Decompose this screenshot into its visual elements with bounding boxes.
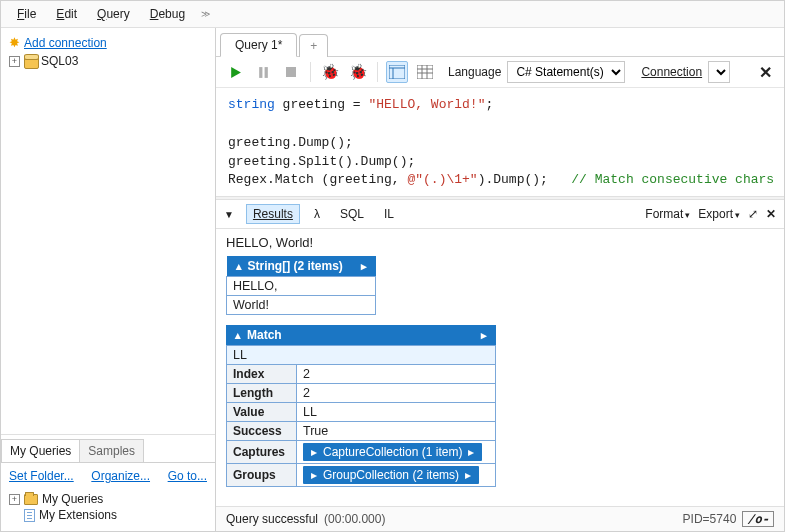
match-dump: ▴ Match ▸ LL Index2 Length2 ValueLL Succ… — [226, 325, 496, 487]
collapse-icon: ▴ — [236, 260, 242, 273]
folder-icon — [24, 494, 38, 505]
editor-area: Query 1* + 🐞 🐞 Language — [216, 28, 784, 531]
expand-right-icon: ▸ — [468, 445, 474, 459]
menu-query[interactable]: Query — [89, 5, 138, 23]
results-tab-results[interactable]: Results — [246, 204, 300, 224]
query-tabstrip: Query 1* + — [216, 28, 784, 57]
add-connection-icon: ✸ — [9, 35, 20, 50]
my-queries-tree: + My Queries My Extensions — [1, 489, 215, 531]
results-body: HELLO, World! ▴ String[] (2 items) ▸ HEL… — [216, 229, 784, 506]
db-node-label[interactable]: SQL03 — [41, 54, 78, 68]
query-tab-1[interactable]: Query 1* — [220, 33, 297, 57]
expand-icon: ▸ — [361, 260, 367, 273]
language-label: Language — [448, 65, 501, 79]
menubar: File Edit Query Debug ≫ — [1, 1, 784, 28]
tab-my-queries[interactable]: My Queries — [1, 439, 80, 462]
separator-icon — [377, 62, 378, 82]
stop-button[interactable] — [280, 61, 302, 83]
export-menu[interactable]: Export▾ — [698, 207, 740, 221]
status-badge[interactable]: /o- — [742, 511, 774, 527]
dump-header[interactable]: ▴ String[] (2 items) ▸ — [227, 256, 376, 276]
my-queries-links: Set Folder... Organize... Go to... — [1, 463, 215, 489]
tree-expand-icon[interactable]: + — [9, 494, 20, 505]
rich-text-view-button[interactable] — [386, 61, 408, 83]
prop-val: True — [297, 422, 496, 441]
status-bar: Query successful (00:00.000) PID=5740 /o… — [216, 506, 784, 531]
list-item: World! — [227, 296, 376, 315]
tree-expand-icon[interactable]: + — [9, 56, 20, 67]
prop-key: Groups — [227, 464, 297, 487]
status-pid: PID=5740 — [683, 512, 737, 526]
goto-link[interactable]: Go to... — [168, 469, 207, 483]
menu-edit[interactable]: Edit — [48, 5, 85, 23]
prop-key: Length — [227, 384, 297, 403]
svg-rect-6 — [417, 65, 433, 79]
separator-icon — [310, 62, 311, 82]
prop-val: 2 — [297, 365, 496, 384]
debug-step-button[interactable]: 🐞 — [347, 61, 369, 83]
connection-label[interactable]: Connection — [641, 65, 702, 79]
results-tab-lambda[interactable]: λ — [308, 205, 326, 223]
menu-file[interactable]: File — [9, 5, 44, 23]
language-select[interactable]: C# Statement(s) — [507, 61, 625, 83]
expand-right-icon: ▸ — [311, 468, 317, 482]
format-menu[interactable]: Format▾ — [645, 207, 690, 221]
expand-right-icon: ▸ — [311, 445, 317, 459]
results-tab-il[interactable]: IL — [378, 205, 400, 223]
my-extensions-item[interactable]: My Extensions — [39, 508, 117, 522]
group-collection-chip[interactable]: ▸ GroupCollection (2 items) ▸ — [303, 466, 479, 484]
prop-key: Captures — [227, 441, 297, 464]
results-panel: ▼ Results λ SQL IL Format▾ Export▾ ⤢ ✕ H… — [216, 200, 784, 506]
svg-rect-2 — [286, 67, 296, 77]
string-array-dump: ▴ String[] (2 items) ▸ HELLO, World! — [226, 256, 376, 315]
query-tab-add[interactable]: + — [299, 34, 328, 57]
prop-key: Value — [227, 403, 297, 422]
expand-icon: ▸ — [481, 329, 487, 342]
match-value-highlight: LL — [227, 346, 496, 365]
code-editor[interactable]: string greeting = "HELLO, World!"; greet… — [216, 88, 784, 196]
folder-my-queries[interactable]: My Queries — [42, 492, 103, 506]
list-item: HELLO, — [227, 277, 376, 296]
database-icon — [24, 54, 37, 68]
connections-panel: ✸ Add connection + SQL03 — [1, 28, 215, 435]
prop-key: Success — [227, 422, 297, 441]
tab-samples[interactable]: Samples — [79, 439, 144, 462]
menu-debug[interactable]: Debug — [142, 5, 193, 23]
svg-rect-0 — [259, 67, 262, 78]
document-icon — [24, 509, 35, 522]
prop-val: 2 — [297, 384, 496, 403]
menu-overflow-icon[interactable]: ≫ — [197, 9, 214, 19]
my-queries-tabstrip: My Queries Samples — [1, 439, 215, 463]
dump-header[interactable]: ▴ Match ▸ — [226, 325, 496, 345]
results-tab-sql[interactable]: SQL — [334, 205, 370, 223]
status-message: Query successful — [226, 512, 318, 526]
debug-button[interactable]: 🐞 — [319, 61, 341, 83]
connection-select[interactable] — [708, 61, 730, 83]
close-results-icon[interactable]: ✕ — [766, 207, 776, 221]
set-folder-link[interactable]: Set Folder... — [9, 469, 74, 483]
status-time: (00:00.000) — [324, 512, 385, 526]
prop-val: LL — [297, 403, 496, 422]
add-connection-link[interactable]: Add connection — [24, 36, 107, 50]
close-panel-icon[interactable]: ✕ — [755, 63, 776, 82]
collapse-results-icon[interactable]: ▼ — [224, 209, 234, 220]
expand-results-icon[interactable]: ⤢ — [748, 207, 758, 221]
capture-collection-chip[interactable]: ▸ CaptureCollection (1 item) ▸ — [303, 443, 482, 461]
prop-key: Index — [227, 365, 297, 384]
svg-rect-1 — [264, 67, 267, 78]
organize-link[interactable]: Organize... — [91, 469, 150, 483]
svg-rect-3 — [389, 65, 405, 79]
sidebar: ✸ Add connection + SQL03 My Queries Samp… — [1, 28, 216, 531]
results-tabstrip: ▼ Results λ SQL IL Format▾ Export▾ ⤢ ✕ — [216, 200, 784, 229]
run-button[interactable] — [224, 61, 246, 83]
dump-text: HELLO, World! — [226, 235, 774, 250]
query-toolbar: 🐞 🐞 Language C# Statement(s) Connection … — [216, 57, 784, 88]
pause-button[interactable] — [252, 61, 274, 83]
expand-right-icon: ▸ — [465, 468, 471, 482]
collapse-icon: ▴ — [235, 329, 241, 342]
grid-view-button[interactable] — [414, 61, 436, 83]
